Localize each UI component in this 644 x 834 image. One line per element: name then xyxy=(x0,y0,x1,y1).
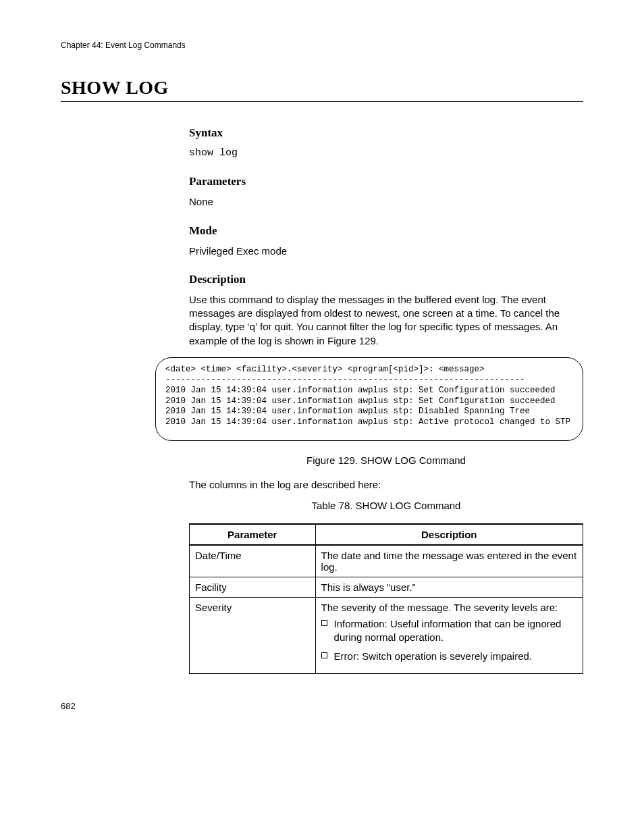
syntax-heading: Syntax xyxy=(189,126,583,140)
cell-param: Facility xyxy=(190,577,316,597)
cell-desc: This is always “user.” xyxy=(315,577,583,597)
square-bullet-icon xyxy=(321,652,327,658)
table-row: Severity The severity of the message. Th… xyxy=(190,597,583,673)
th-parameter: Parameter xyxy=(190,524,316,545)
syntax-code: show log xyxy=(189,147,583,160)
post-code-block: Figure 129. SHOW LOG Command The columns… xyxy=(189,454,583,674)
cell-desc: The date and time the message was entere… xyxy=(315,545,583,577)
content-block: Syntax show log Parameters None Mode Pri… xyxy=(189,126,583,348)
severity-intro: The severity of the message. The severit… xyxy=(321,602,577,613)
list-item: Error: Switch operation is severely impa… xyxy=(321,650,577,663)
list-item-text: Information: Useful information that can… xyxy=(334,617,577,645)
cell-param: Date/Time xyxy=(190,545,316,577)
severity-list: Information: Useful information that can… xyxy=(321,617,577,664)
description-heading: Description xyxy=(189,273,583,286)
figure-caption: Figure 129. SHOW LOG Command xyxy=(189,454,583,466)
mode-text: Privileged Exec mode xyxy=(189,244,583,258)
parameters-text: None xyxy=(189,195,583,209)
param-table: Parameter Description Date/Time The date… xyxy=(189,523,583,674)
description-text: Use this command to display the messages… xyxy=(189,293,583,348)
list-item-text: Error: Switch operation is severely impa… xyxy=(334,650,532,663)
list-item: Information: Useful information that can… xyxy=(321,617,577,645)
title-rule xyxy=(61,101,583,102)
chapter-header: Chapter 44: Event Log Commands xyxy=(61,41,583,50)
code-example-box: <date> <time> <facility>.<severity> <pro… xyxy=(155,357,583,441)
parameters-heading: Parameters xyxy=(189,175,583,188)
table-row: Facility This is always “user.” xyxy=(190,577,583,597)
page-title: SHOW LOG xyxy=(61,77,583,99)
columns-intro: The columns in the log are described her… xyxy=(189,478,583,492)
table-header-row: Parameter Description xyxy=(190,524,583,545)
square-bullet-icon xyxy=(321,620,327,626)
table-caption: Table 78. SHOW LOG Command xyxy=(189,500,583,511)
th-description: Description xyxy=(315,524,583,545)
mode-heading: Mode xyxy=(189,224,583,238)
table-row: Date/Time The date and time the message … xyxy=(190,545,583,577)
cell-desc: The severity of the message. The severit… xyxy=(315,597,583,673)
cell-param: Severity xyxy=(190,597,316,673)
page-number: 682 xyxy=(61,701,583,711)
